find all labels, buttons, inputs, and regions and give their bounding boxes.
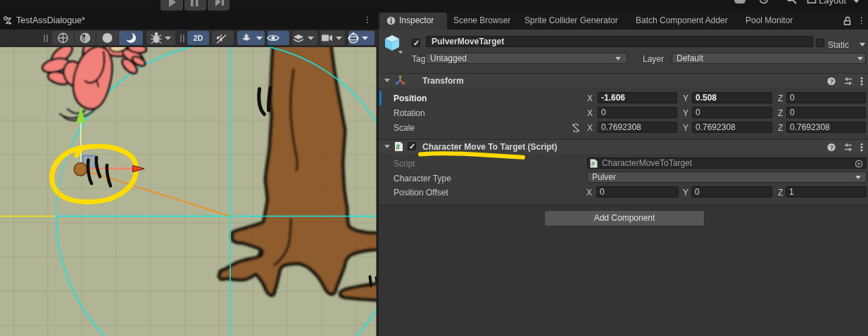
svg-text:?: ? — [830, 78, 834, 85]
svg-text:#: # — [396, 143, 401, 151]
svg-text:#: # — [591, 160, 595, 167]
svg-text:Layout: Layout — [819, 0, 846, 6]
svg-text:?: ? — [830, 144, 834, 151]
